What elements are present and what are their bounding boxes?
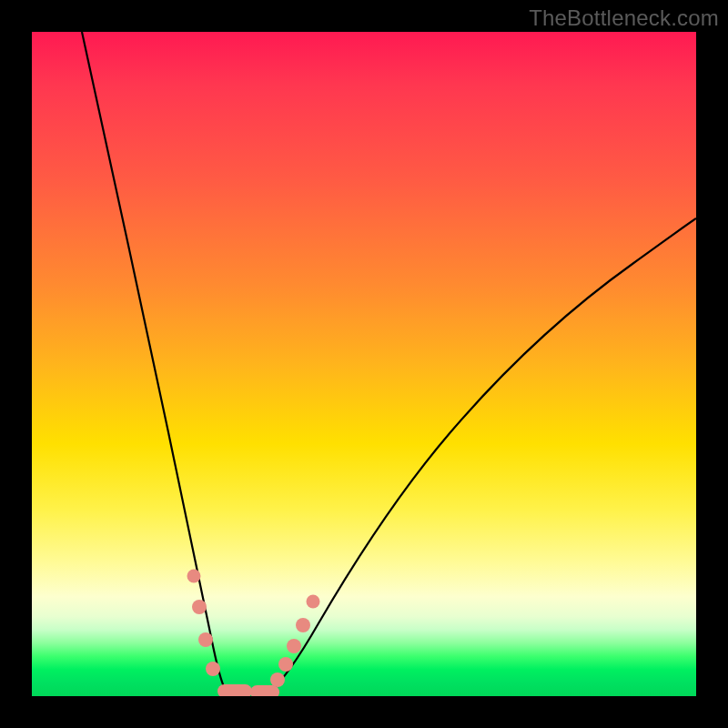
marker-dot xyxy=(307,595,320,609)
marker-dot xyxy=(296,618,310,632)
marker-dot xyxy=(278,657,293,672)
marker-dot xyxy=(187,570,201,583)
chart-svg xyxy=(32,32,696,696)
marker-dot xyxy=(198,632,213,647)
marker-pill xyxy=(217,684,252,696)
marker-dot xyxy=(206,662,220,676)
marker-dot xyxy=(287,639,301,653)
marker-dot xyxy=(192,600,207,614)
watermark-text: TheBottleneck.com xyxy=(529,5,719,31)
curve-left xyxy=(82,32,226,691)
curve-right xyxy=(268,218,696,693)
chart-frame: TheBottleneck.com xyxy=(0,0,728,728)
marker-dot xyxy=(270,672,285,687)
marker-pill xyxy=(250,685,279,696)
marker-group xyxy=(187,570,320,697)
